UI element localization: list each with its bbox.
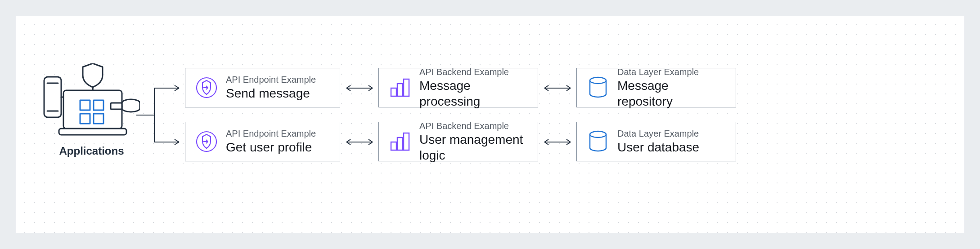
card-title: User database [617,139,699,155]
card-title: Get user profile [226,139,316,155]
card-backend-2: API Backend Example User management logi… [378,122,538,161]
card-title: Message processing [419,78,528,109]
applications-cluster: Applications [43,63,140,153]
card-title: Message repository [617,78,726,109]
svg-rect-11 [111,103,122,109]
laptop-icon [59,90,126,135]
database-icon [587,76,609,99]
shield-icon [83,63,103,90]
database-icon [587,130,609,153]
card-data-1: Data Layer Example Message repository [576,68,736,107]
double-arrow [344,84,375,93]
svg-rect-15 [404,79,409,96]
svg-rect-1 [59,129,126,135]
connector-icon [111,103,122,109]
card-backend-1: API Backend Example Message processing [378,68,538,107]
diagram-canvas: Applications API Endpoint Example Send m… [16,16,964,233]
card-subtitle: Data Layer Example [617,128,699,139]
diagram-frame: Applications API Endpoint Example Send m… [0,0,980,249]
bar-chart-icon [389,130,411,153]
double-arrow [542,84,573,93]
api-gateway-icon [195,130,218,153]
card-endpoint-2: API Endpoint Example Get user profile [185,122,340,161]
card-subtitle: API Endpoint Example [226,74,316,85]
applications-icons [43,63,140,142]
svg-rect-18 [391,142,396,150]
applications-label: Applications [43,145,140,157]
double-arrow [344,138,375,147]
api-gateway-icon [195,76,218,99]
svg-rect-14 [397,84,403,96]
svg-point-16 [590,77,606,84]
card-subtitle: API Backend Example [419,67,528,78]
phone-icon [44,77,61,117]
card-subtitle: Data Layer Example [617,67,726,78]
split-arrow [134,77,186,156]
bar-chart-icon [389,76,411,99]
svg-rect-13 [391,88,396,96]
card-data-2: Data Layer Example User database [576,122,736,161]
svg-rect-20 [404,133,409,150]
double-arrow [542,138,573,147]
svg-point-21 [590,131,606,138]
card-title: User management logic [419,132,528,163]
card-subtitle: API Backend Example [419,120,528,132]
card-endpoint-1: API Endpoint Example Send message [185,68,340,107]
card-title: Send message [226,85,316,101]
card-subtitle: API Endpoint Example [226,128,316,139]
svg-rect-19 [397,138,403,150]
